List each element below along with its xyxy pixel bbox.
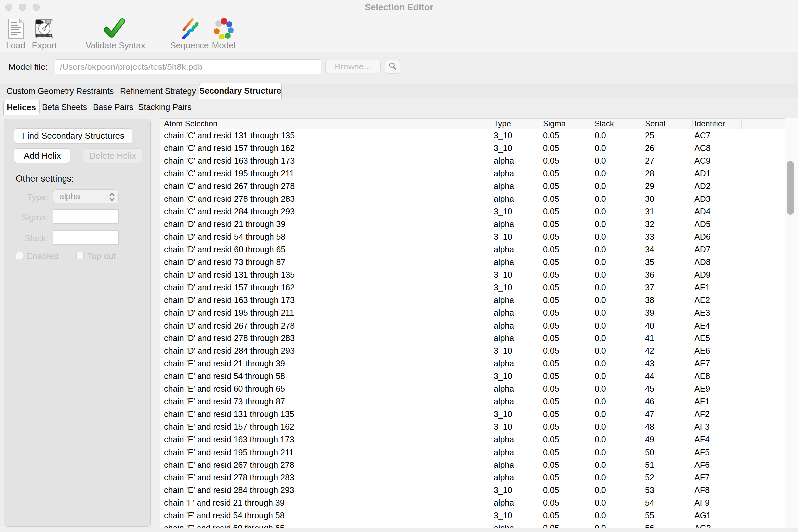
cell-slack: 0.0 [594, 357, 606, 370]
table-row[interactable]: chain 'C' and resid 163 through 173alpha… [160, 154, 785, 167]
table-row[interactable]: chain 'E' and resid 54 through 583_100.0… [160, 370, 785, 383]
cell-atom-selection: chain 'D' and resid 157 through 162 [164, 281, 294, 293]
slack-label: Slack: [4, 233, 48, 244]
model-button[interactable]: Model [208, 18, 239, 51]
cell-sigma: 0.05 [543, 496, 559, 509]
column-header-atom-selection[interactable]: Atom Selection [164, 119, 217, 129]
table-row[interactable]: chain 'E' and resid 60 through 65alpha0.… [160, 382, 785, 395]
cell-type: alpha [494, 192, 514, 205]
cell-sigma: 0.05 [543, 154, 559, 167]
cell-identifier: AE3 [694, 306, 710, 319]
magnifier-icon [388, 61, 397, 72]
table-row[interactable]: chain 'D' and resid 195 through 211alpha… [160, 306, 785, 319]
column-header-sigma[interactable]: Sigma [543, 119, 566, 129]
table-row[interactable]: chain 'F' and resid 21 through 39alpha0.… [160, 496, 785, 509]
table-row[interactable]: chain 'D' and resid 21 through 39alpha0.… [160, 218, 785, 231]
table-row[interactable]: chain 'F' and resid 54 through 583_100.0… [160, 509, 785, 522]
table-row[interactable]: chain 'D' and resid 131 through 1353_100… [160, 268, 785, 281]
subtab-separator [136, 101, 136, 113]
tab-custom-geometry-restraints[interactable]: Custom Geometry Restraints [3, 84, 117, 98]
scrollbar-thumb[interactable] [787, 161, 794, 215]
table-row[interactable]: chain 'E' and resid 267 through 278alpha… [160, 458, 785, 472]
cell-serial: 39 [645, 306, 654, 319]
table-row[interactable]: chain 'E' and resid 195 through 211alpha… [160, 446, 785, 459]
slack-field[interactable] [53, 230, 119, 245]
subtab-base-pairs[interactable]: Base Pairs [92, 100, 135, 114]
subtab-beta-sheets[interactable]: Beta Sheets [41, 100, 89, 114]
cell-slack: 0.0 [594, 471, 606, 484]
vertical-scrollbar[interactable] [785, 118, 798, 528]
export-button[interactable]: Export [29, 18, 59, 51]
other-settings-label: Other settings: [16, 174, 74, 184]
table-row[interactable]: chain 'C' and resid 284 through 2933_100… [160, 205, 785, 218]
table-row[interactable]: chain 'C' and resid 278 through 283alpha… [160, 192, 785, 206]
cell-sigma: 0.05 [543, 218, 559, 230]
cell-identifier: AD9 [694, 268, 710, 281]
cell-slack: 0.0 [594, 395, 606, 407]
table-row[interactable]: chain 'D' and resid 284 through 2933_100… [160, 344, 785, 358]
top-out-checkbox[interactable] [76, 252, 84, 259]
enabled-checkbox[interactable] [16, 252, 23, 259]
sigma-label: Sigma: [4, 212, 48, 223]
find-secondary-structures-button[interactable]: Find Secondary Structures [14, 128, 132, 143]
cell-sigma: 0.05 [543, 230, 559, 243]
table-row[interactable]: chain 'D' and resid 163 through 173alpha… [160, 293, 785, 307]
cell-identifier: AD1 [694, 167, 710, 179]
column-header-identifier[interactable]: Identifier [694, 119, 725, 129]
table-row[interactable]: chain 'C' and resid 195 through 211alpha… [160, 167, 785, 180]
cell-slack: 0.0 [594, 319, 606, 332]
cell-sigma: 0.05 [543, 420, 559, 433]
column-header-serial[interactable]: Serial [645, 119, 665, 129]
table-row[interactable]: chain 'E' and resid 157 through 1623_100… [160, 420, 785, 433]
table-row[interactable]: chain 'D' and resid 157 through 1623_100… [160, 281, 785, 294]
sequence-button[interactable]: Sequence [169, 18, 210, 51]
browse-button[interactable]: Browse... [325, 60, 381, 73]
load-button[interactable]: Load [2, 18, 29, 51]
table-row[interactable]: chain 'D' and resid 73 through 87alpha0.… [160, 256, 785, 269]
cell-sigma: 0.05 [543, 205, 559, 218]
column-header-type[interactable]: Type [494, 119, 511, 129]
table-row[interactable]: chain 'E' and resid 131 through 1353_100… [160, 407, 785, 421]
subtab-helices[interactable]: Helices [3, 100, 39, 115]
cell-identifier: AE5 [694, 332, 710, 344]
validate-syntax-button[interactable]: Validate Syntax [86, 18, 142, 51]
window-title: Selection Editor [0, 2, 798, 13]
cell-slack: 0.0 [594, 293, 606, 306]
tab-refinement-strategy[interactable]: Refinement Strategy [117, 84, 199, 98]
column-header-slack[interactable]: Slack [594, 119, 614, 129]
subtab-stacking-pairs[interactable]: Stacking Pairs [137, 100, 192, 114]
table-row[interactable]: chain 'E' and resid 284 through 2933_100… [160, 484, 785, 497]
table-row[interactable]: chain 'C' and resid 131 through 1353_100… [160, 129, 785, 142]
table-row[interactable]: chain 'E' and resid 163 through 173alpha… [160, 433, 785, 446]
cell-serial: 47 [645, 407, 654, 420]
cell-serial: 51 [645, 458, 654, 471]
table-row[interactable]: chain 'C' and resid 267 through 278alpha… [160, 179, 785, 192]
search-button[interactable] [385, 60, 400, 74]
cell-type: alpha [494, 319, 514, 332]
tab-secondary-structure[interactable]: Secondary Structure [199, 83, 282, 99]
column-divider [492, 119, 492, 129]
table-row[interactable]: chain 'D' and resid 54 through 583_100.0… [160, 230, 785, 243]
sigma-field[interactable] [53, 209, 119, 224]
cell-serial: 41 [645, 332, 654, 344]
cell-serial: 38 [645, 293, 654, 306]
model-file-input[interactable] [55, 59, 321, 75]
delete-helix-button[interactable]: Delete Helix [83, 148, 142, 163]
table-row[interactable]: chain 'D' and resid 267 through 278alpha… [160, 319, 785, 332]
cell-slack: 0.0 [594, 230, 606, 243]
cell-atom-selection: chain 'D' and resid 54 through 58 [164, 230, 285, 243]
table-row[interactable]: chain 'E' and resid 21 through 39alpha0.… [160, 357, 785, 370]
cell-atom-selection: chain 'C' and resid 163 through 173 [164, 154, 294, 167]
table-row[interactable]: chain 'C' and resid 157 through 1623_100… [160, 141, 785, 155]
type-dropdown[interactable]: alpha [53, 189, 119, 204]
subtab-separator [90, 101, 90, 113]
table-row[interactable]: chain 'E' and resid 73 through 87alpha0.… [160, 395, 785, 408]
cell-slack: 0.0 [594, 382, 606, 395]
add-helix-button[interactable]: Add Helix [14, 148, 71, 163]
table-row[interactable]: chain 'D' and resid 60 through 65alpha0.… [160, 243, 785, 256]
table-row[interactable]: chain 'E' and resid 278 through 283alpha… [160, 471, 785, 484]
cell-atom-selection: chain 'D' and resid 21 through 39 [164, 218, 285, 230]
table-row[interactable]: chain 'D' and resid 278 through 283alpha… [160, 332, 785, 345]
table-row[interactable]: chain 'F' and resid 60 through 65alpha0.… [160, 522, 785, 528]
cell-type: 3_10 [494, 484, 512, 496]
